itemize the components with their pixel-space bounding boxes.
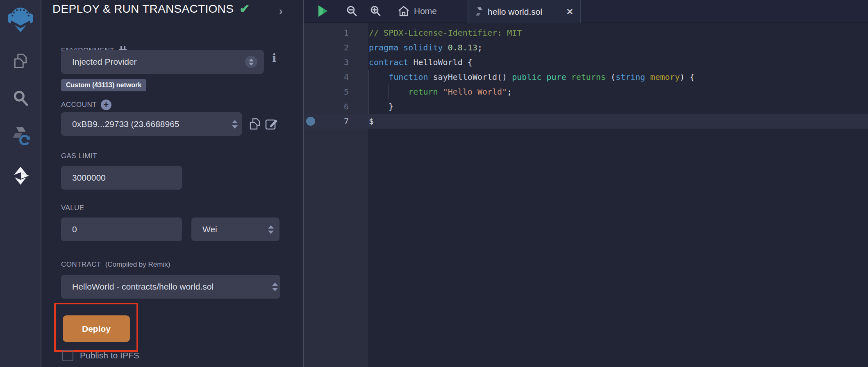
network-badge: Custom (43113) network bbox=[61, 79, 146, 91]
play-icon[interactable] bbox=[314, 0, 332, 22]
add-account-icon[interactable]: + bbox=[101, 100, 111, 110]
line-number: 1 bbox=[318, 25, 349, 40]
publish-ipfs-label: Publish to IPFS bbox=[80, 351, 139, 360]
code-line[interactable]: 1// SPDX-License-Identifier: MIT bbox=[304, 25, 868, 40]
code-editor: Home hello world.sol ✕ 1// SPDX-License-… bbox=[303, 0, 868, 367]
account-stepper-icon bbox=[232, 120, 238, 129]
glyph-margin[interactable] bbox=[304, 25, 318, 40]
tab-hello-world-sol[interactable]: hello world.sol ✕ bbox=[468, 0, 581, 23]
code-text[interactable]: contract HelloWorld { bbox=[369, 55, 473, 70]
panel-collapse-chevron-icon[interactable]: › bbox=[279, 5, 283, 18]
contract-label: CONTRACT (Compiled by Remix) bbox=[61, 261, 170, 269]
contract-stepper-icon bbox=[272, 283, 278, 291]
line-number: 3 bbox=[318, 55, 349, 70]
value-unit-select[interactable]: Wei bbox=[191, 217, 279, 241]
code-line[interactable]: 4 function sayHelloWorld() public pure r… bbox=[304, 70, 868, 84]
deploy-run-panel: DEPLOY & RUN TRANSACTIONS ✔ › ENVIRONMEN… bbox=[41, 0, 303, 367]
deploy-run-icon[interactable] bbox=[0, 161, 41, 191]
glyph-margin[interactable] bbox=[304, 70, 318, 84]
glyph-margin[interactable] bbox=[304, 40, 318, 55]
glyph-margin[interactable] bbox=[304, 55, 318, 70]
environment-select[interactable]: Injected Provider bbox=[61, 50, 264, 74]
search-icon[interactable] bbox=[0, 83, 41, 113]
code-line[interactable]: 6 } bbox=[304, 99, 868, 114]
code-line[interactable]: 5 return "Hello World"; bbox=[304, 84, 868, 99]
gas-limit-input[interactable] bbox=[61, 166, 182, 190]
publish-ipfs-row: Publish to IPFS bbox=[62, 350, 139, 361]
deploy-button[interactable]: Deploy bbox=[63, 315, 130, 342]
line-number: 4 bbox=[318, 70, 349, 84]
line-number: 2 bbox=[318, 40, 349, 55]
copy-account-icon[interactable] bbox=[248, 117, 261, 131]
contract-select[interactable]: HelloWorld - contracts/hello world.sol bbox=[61, 275, 280, 299]
code-line[interactable]: 7$ bbox=[304, 114, 868, 129]
code-text[interactable]: // SPDX-License-Identifier: MIT bbox=[369, 25, 522, 40]
tab-file-label: hello world.sol bbox=[488, 7, 542, 17]
solidity-compiler-icon[interactable] bbox=[0, 120, 41, 150]
account-select[interactable]: 0xBB9...29733 (23.6688965 bbox=[61, 112, 242, 136]
code-text[interactable]: pragma solidity 0.8.13; bbox=[369, 40, 482, 55]
sign-message-icon[interactable] bbox=[265, 117, 279, 131]
line-number: 5 bbox=[318, 84, 349, 99]
file-explorer-icon[interactable] bbox=[0, 46, 41, 76]
code-text[interactable]: function sayHelloWorld() public pure ret… bbox=[369, 70, 695, 84]
account-label: ACCOUNT + bbox=[61, 100, 111, 110]
editor-tabbar: Home hello world.sol ✕ bbox=[304, 0, 868, 23]
value-label: VALUE bbox=[61, 204, 84, 212]
line-number: 6 bbox=[318, 99, 349, 114]
code-text[interactable]: $ bbox=[369, 114, 374, 129]
line-number: 7 bbox=[318, 114, 349, 129]
compile-success-check-icon: ✔ bbox=[239, 3, 250, 15]
panel-header: DEPLOY & RUN TRANSACTIONS ✔ bbox=[52, 2, 250, 16]
contract-sublabel: (Compiled by Remix) bbox=[105, 261, 170, 269]
home-icon bbox=[398, 6, 409, 16]
breakpoint-indicator[interactable] bbox=[306, 117, 315, 126]
close-tab-icon[interactable]: ✕ bbox=[566, 7, 573, 17]
editor-body[interactable]: 1// SPDX-License-Identifier: MIT2pragma … bbox=[304, 23, 868, 367]
unit-stepper-icon bbox=[268, 225, 274, 234]
tab-home-label: Home bbox=[414, 6, 437, 16]
panel-title: DEPLOY & RUN TRANSACTIONS bbox=[52, 2, 234, 16]
glyph-margin[interactable] bbox=[304, 99, 318, 114]
solidity-file-icon bbox=[475, 7, 483, 17]
icon-sidebar bbox=[0, 0, 41, 367]
environment-info-icon[interactable]: i bbox=[272, 52, 276, 64]
zoom-out-icon[interactable] bbox=[342, 0, 361, 22]
publish-ipfs-checkbox[interactable] bbox=[62, 350, 73, 361]
code-text[interactable]: } bbox=[369, 99, 393, 114]
glyph-margin[interactable] bbox=[304, 84, 318, 99]
tab-home[interactable]: Home bbox=[393, 0, 442, 22]
environment-stepper-icon bbox=[245, 56, 257, 68]
code-lines: 1// SPDX-License-Identifier: MIT2pragma … bbox=[304, 25, 868, 129]
code-line[interactable]: 2pragma solidity 0.8.13; bbox=[304, 40, 868, 55]
remix-logo-icon[interactable] bbox=[6, 5, 35, 34]
gas-limit-label: GAS LIMIT bbox=[61, 152, 97, 160]
remix-ide-window: DEPLOY & RUN TRANSACTIONS ✔ › ENVIRONMEN… bbox=[0, 0, 868, 367]
zoom-in-icon[interactable] bbox=[366, 0, 385, 22]
glyph-margin[interactable] bbox=[304, 114, 318, 129]
code-line[interactable]: 3contract HelloWorld { bbox=[304, 55, 868, 70]
code-text[interactable]: return "Hello World"; bbox=[369, 84, 512, 99]
value-input[interactable] bbox=[61, 217, 182, 241]
